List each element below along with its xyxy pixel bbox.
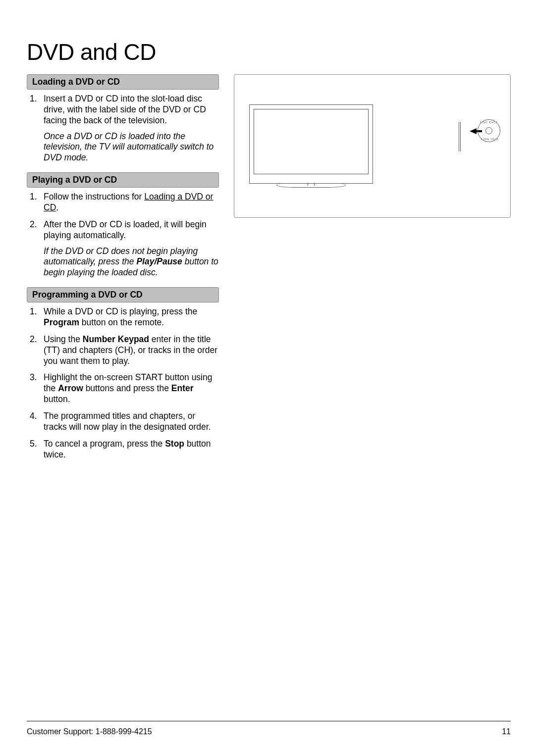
playing-step-2: After the DVD or CD is loaded, it will b…	[27, 219, 219, 278]
loading-step-1: Insert a DVD or CD into the slot-load di…	[27, 94, 219, 163]
step-text: Using the	[44, 334, 83, 344]
programming-step-4: The programmed titles and chapters, or t…	[27, 411, 219, 433]
programming-steps: While a DVD or CD is playing, press the …	[27, 306, 219, 460]
section-header-loading: Loading a DVD or CD	[27, 74, 219, 90]
play-pause-label: Play/Pause	[136, 256, 182, 266]
footer-rule	[27, 721, 511, 721]
loading-note: Once a DVD or CD is loaded into the tele…	[44, 131, 219, 164]
tv-body-icon	[249, 104, 373, 184]
playing-step-1: Follow the instructions for Loading a DV…	[27, 192, 219, 213]
playing-steps: Follow the instructions for Loading a DV…	[27, 192, 219, 278]
programming-step-3: Highlight the on-screen START button usi…	[27, 372, 219, 405]
disc-icon: DISC BACK DISC BACK	[478, 119, 500, 142]
stop-label: Stop	[165, 439, 184, 449]
right-column: DISC BACK DISC BACK	[234, 74, 511, 469]
programming-step-5: To cancel a program, press the Stop butt…	[27, 439, 219, 460]
disc-label-top: DISC BACK	[478, 121, 500, 124]
step-text: After the DVD or CD is loaded, it will b…	[44, 219, 207, 240]
section-header-programming: Programming a DVD or CD	[27, 287, 219, 302]
loading-steps: Insert a DVD or CD into the slot-load di…	[27, 94, 219, 163]
step-text: Follow the instructions for	[44, 192, 144, 202]
programming-step-1: While a DVD or CD is playing, press the …	[27, 306, 219, 328]
tv-stand-icon	[276, 183, 346, 188]
step-text: button on the remote.	[79, 317, 164, 327]
disc-label-bottom: DISC BACK	[478, 138, 500, 141]
step-text: While a DVD or CD is playing, press the	[44, 306, 197, 316]
page-number: 11	[502, 727, 511, 736]
tv-diagram: DISC BACK DISC BACK	[234, 74, 511, 218]
section-header-playing: Playing a DVD or CD	[27, 172, 219, 188]
customer-support: Customer Support: 1-888-999-4215	[27, 727, 152, 736]
enter-label: Enter	[171, 383, 194, 393]
arrow-left-icon	[470, 128, 477, 134]
step-text: Insert a DVD or CD into the slot-load di…	[44, 94, 206, 125]
number-keypad-label: Number Keypad	[83, 334, 149, 344]
disc-slot-icon	[459, 122, 461, 151]
left-column: Loading a DVD or CD Insert a DVD or CD i…	[27, 74, 219, 469]
programming-step-2: Using the Number Keypad enter in the tit…	[27, 334, 219, 367]
step-text: buttons and press the	[83, 383, 171, 393]
step-text: To cancel a program, press the	[44, 439, 165, 449]
arrow-label: Arrow	[58, 383, 83, 393]
program-label: Program	[44, 317, 79, 327]
tv-screen-icon	[254, 109, 369, 174]
step-text: .	[56, 202, 58, 212]
step-text: The programmed titles and chapters, or t…	[44, 411, 211, 432]
disc-center-icon	[485, 127, 492, 134]
step-text: button.	[44, 394, 70, 404]
playing-note: If the DVD or CD does not begin playing …	[44, 246, 219, 279]
page-footer: Customer Support: 1-888-999-4215 11	[27, 721, 511, 736]
page-title: DVD and CD	[27, 39, 511, 65]
